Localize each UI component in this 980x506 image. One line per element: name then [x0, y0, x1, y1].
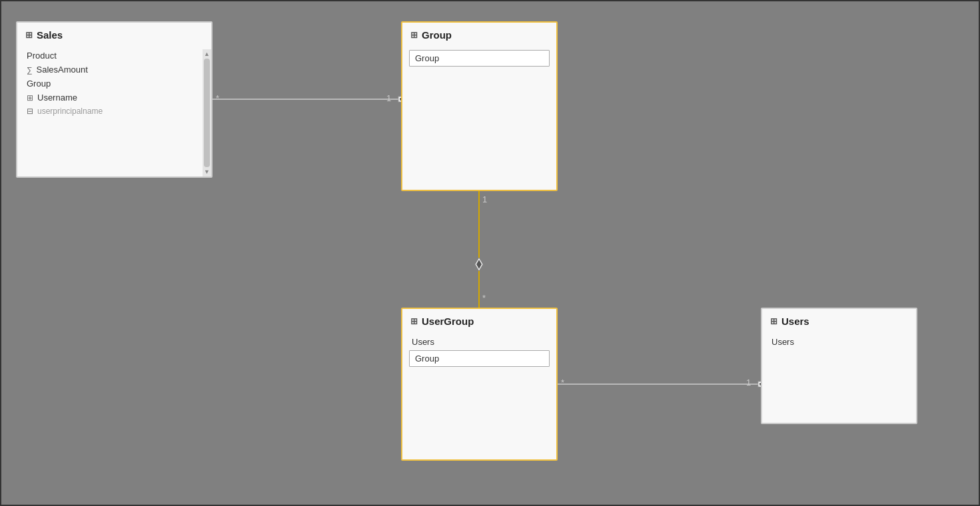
usergroup-users-from-label: *	[561, 378, 564, 387]
table-group-title: Group	[422, 29, 452, 41]
usergroup-group-label: Group	[415, 354, 439, 364]
usergroup-field-group: Group	[409, 350, 550, 367]
table-sales[interactable]: ⊞ Sales ▲ ▼ Product ∑ SalesAmount Group …	[16, 21, 213, 178]
svg-marker-5	[476, 260, 482, 269]
sales-group-from-label: *	[216, 93, 219, 103]
sales-field-username: ⊞ Username	[23, 91, 199, 105]
table-sales-header: ⊞ Sales	[17, 23, 211, 46]
grid-icon-username: ⊞	[27, 93, 33, 103]
diagram-canvas: * 1 1 * * 1 ⊞ Sales ▲ ▼ Product ∑ SalesA…	[1, 1, 979, 505]
table-usergroup-title: UserGroup	[422, 316, 474, 327]
sales-field-upn: ⊟ userprincipalname	[23, 105, 199, 118]
table-users-body: Users	[762, 332, 916, 356]
sales-group-label: Group	[27, 79, 51, 89]
sales-upn-label: userprincipalname	[37, 107, 103, 116]
usergroup-field-users: Users	[408, 335, 551, 349]
usergroup-users-to-label: 1	[746, 378, 751, 387]
grid-icon-upn: ⊟	[27, 107, 33, 116]
sales-salesamount-label: SalesAmount	[37, 65, 88, 75]
sales-field-product: Product	[23, 49, 199, 63]
sales-field-group: Group	[23, 77, 199, 91]
table-users-header: ⊞ Users	[762, 309, 916, 332]
sales-field-salesamount: ∑ SalesAmount	[23, 63, 199, 77]
table-group-icon: ⊞	[410, 30, 418, 40]
users-users-label: Users	[771, 337, 794, 347]
group-usergroup-to-label: *	[482, 293, 486, 303]
table-group[interactable]: ⊞ Group Group	[401, 21, 558, 191]
users-field-users: Users	[767, 335, 911, 349]
table-usergroup-header: ⊞ UserGroup	[402, 309, 556, 332]
group-group-label: Group	[415, 53, 439, 63]
table-usergroup-icon: ⊞	[410, 316, 418, 326]
table-users-icon: ⊞	[770, 316, 777, 326]
table-usergroup-body: Users Group	[402, 332, 556, 375]
sales-product-label: Product	[27, 51, 57, 61]
table-users[interactable]: ⊞ Users Users	[761, 308, 917, 424]
svg-marker-4	[475, 258, 483, 271]
group-field-group: Group	[409, 50, 550, 67]
table-usergroup[interactable]: ⊞ UserGroup Users Group	[401, 308, 558, 461]
sales-group-to-label: 1	[386, 93, 391, 103]
table-group-header: ⊞ Group	[402, 23, 556, 46]
table-users-title: Users	[781, 316, 809, 327]
group-usergroup-from-label: 1	[482, 194, 487, 204]
sigma-icon: ∑	[27, 65, 33, 75]
table-sales-icon: ⊞	[25, 30, 33, 40]
table-group-body: Group	[402, 46, 556, 75]
table-sales-title: Sales	[37, 29, 63, 41]
table-sales-body: Product ∑ SalesAmount Group ⊞ Username ⊟…	[17, 46, 211, 125]
sales-username-label: Username	[37, 93, 77, 103]
usergroup-users-label: Users	[412, 337, 434, 347]
